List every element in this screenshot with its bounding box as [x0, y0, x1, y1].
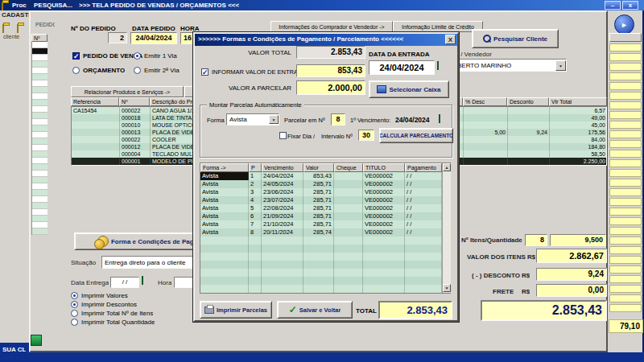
- data-entrega-calendar-icon[interactable]: [142, 276, 143, 285]
- print-option-radio[interactable]: [71, 310, 78, 317]
- mini-list-row[interactable]: [32, 87, 47, 93]
- mini-list-row[interactable]: [32, 216, 47, 222]
- print-option[interactable]: Imprimir Valores: [71, 291, 184, 300]
- parcelas-header-cell[interactable]: P: [249, 163, 262, 172]
- modal-titlebar[interactable]: >>>>>> Formas e Condições de Pagamento /…: [195, 34, 457, 46]
- print-option[interactable]: Imprimir Total Quantidade: [71, 318, 184, 327]
- salvar-voltar-button[interactable]: Salvar e Voltar: [277, 301, 353, 319]
- strip-cell[interactable]: [609, 179, 642, 187]
- parcelas-header-cell[interactable]: Vencimento: [262, 163, 303, 172]
- parcela-row[interactable]: Avista423/07/2024285,71VE000002/ /: [200, 196, 442, 204]
- mini-list-row[interactable]: [32, 196, 47, 203]
- vencimento-calendar-icon[interactable]: [439, 114, 440, 123]
- mini-list-row[interactable]: [32, 42, 47, 48]
- parcela-row[interactable]: Avista522/08/2024285,71VE000002/ /: [200, 204, 442, 212]
- mini-list-row[interactable]: [32, 222, 47, 228]
- pedido-venda-option[interactable]: PEDIDO DE VENDA: [72, 51, 142, 60]
- emitir2-option[interactable]: Emitir 2ª Via: [134, 66, 180, 75]
- go-circle-icon[interactable]: [614, 14, 634, 35]
- mini-list-row[interactable]: [32, 61, 47, 68]
- tab-comprador[interactable]: Informações do Comprador e Vendedor ->: [270, 21, 393, 32]
- mini-list-row[interactable]: [32, 80, 47, 87]
- mini-list-row[interactable]: [32, 158, 47, 164]
- informar-entrada-option[interactable]: INFORMAR VALOR DE ENTRADA: [201, 68, 306, 76]
- cliente-combo-arrow-icon[interactable]: [555, 60, 566, 71]
- strip-cell[interactable]: [609, 130, 642, 138]
- pedido-venda-checkbox[interactable]: [72, 52, 80, 60]
- exit-icon[interactable]: [31, 335, 42, 346]
- pesquisar-cliente-button[interactable]: Pesquisar Cliente: [472, 29, 559, 48]
- mini-list-row[interactable]: [32, 183, 47, 190]
- print-option[interactable]: Imprimir Descontos: [71, 300, 184, 309]
- emitir2-radio[interactable]: [134, 67, 141, 74]
- print-option-radio[interactable]: [71, 292, 78, 299]
- print-option-radio[interactable]: [71, 301, 78, 308]
- cliente-caption[interactable]: cliente: [3, 34, 27, 39]
- informar-entrada-checkbox[interactable]: [201, 68, 208, 76]
- strip-cell[interactable]: [609, 188, 642, 196]
- data-pedido-field[interactable]: 24/04/2024: [130, 32, 177, 44]
- strip-cell[interactable]: [609, 208, 642, 216]
- strip-cell[interactable]: [609, 72, 642, 80]
- strip-cell[interactable]: [609, 82, 642, 90]
- orcamento-radio[interactable]: [72, 67, 80, 74]
- products-header-cell[interactable]: Referencia: [71, 97, 119, 106]
- mini-list-row[interactable]: [32, 203, 47, 209]
- parcelas-header-cell[interactable]: TITULO: [363, 163, 405, 172]
- parcelas-header-cell[interactable]: Cheque: [334, 163, 363, 172]
- tab-limite[interactable]: Informação Limite de Crédito: [393, 21, 483, 32]
- data-entrega-field[interactable]: / /: [110, 277, 139, 288]
- mini-list-row[interactable]: [32, 119, 47, 125]
- valor-parcelar-field[interactable]: 2.000,00: [296, 80, 365, 95]
- parcela-row[interactable]: Avista224/05/2024285,71VE000002/ /: [200, 180, 442, 188]
- modal-close-icon[interactable]: [445, 35, 456, 44]
- mini-list-row[interactable]: [32, 190, 47, 196]
- clients-folder-icon[interactable]: [2, 24, 4, 33]
- selecionar-caixa-button[interactable]: Selecionar Caixa: [369, 80, 449, 98]
- products-folder-icon[interactable]: [17, 24, 19, 33]
- emitir1-option[interactable]: Emitir 1 Via: [134, 51, 177, 60]
- strip-cell[interactable]: [609, 294, 642, 302]
- imprimir-parcelas-button[interactable]: Imprimir Parcelas: [200, 301, 272, 319]
- strip-cell[interactable]: [609, 121, 642, 129]
- parcela-row[interactable]: Avista621/09/2024285,71VE000002/ /: [200, 212, 442, 220]
- mini-list-row[interactable]: [32, 106, 47, 113]
- parcela-row[interactable]: Avista124/04/2024853,43VE000002/ /: [200, 172, 442, 180]
- strip-cell[interactable]: [609, 256, 642, 264]
- back-menu[interactable]: CADASTROS: [0, 10, 29, 19]
- mini-list-row[interactable]: [32, 132, 47, 138]
- strip-cell[interactable]: [609, 43, 642, 51]
- mini-list-header[interactable]: Nº: [31, 34, 47, 42]
- cliente-vendedor-combo[interactable]: ROBERTO MARINHO: [444, 59, 567, 72]
- data-entrada-calendar-icon[interactable]: [437, 61, 439, 70]
- calcular-parcelamento-button[interactable]: CALCULAR PARCELAMENTO: [379, 128, 453, 143]
- products-header-cell[interactable]: Desconto: [507, 97, 549, 106]
- mini-list-row[interactable]: [32, 177, 47, 183]
- scroll-down-icon[interactable]: [443, 284, 451, 292]
- data-entrada-field[interactable]: 24/04/2024: [369, 60, 435, 75]
- forma-combo[interactable]: Avista: [226, 113, 279, 125]
- strip-cell[interactable]: [609, 101, 642, 109]
- strip-cell[interactable]: [609, 265, 642, 274]
- orcamento-option[interactable]: ORÇAMENTO: [72, 66, 125, 75]
- strip-cell[interactable]: [609, 111, 642, 119]
- print-option-radio[interactable]: [71, 319, 78, 326]
- mini-list-row[interactable]: [32, 74, 47, 80]
- mini-list-row[interactable]: [32, 125, 47, 132]
- tab-produtos[interactable]: Relacionar Produtos e Serviços ->: [71, 86, 184, 97]
- frete-field[interactable]: 0,00: [536, 284, 607, 297]
- strip-cell[interactable]: [609, 169, 642, 177]
- mini-list-row[interactable]: [32, 228, 47, 235]
- mini-list-row[interactable]: [32, 100, 47, 106]
- parcelas-header-cell[interactable]: Forma ->: [200, 163, 249, 172]
- entrada-field[interactable]: 853,43: [296, 64, 365, 77]
- mini-list-row[interactable]: [32, 138, 47, 145]
- mini-list-row[interactable]: [32, 151, 47, 158]
- minimize-button[interactable]: [605, 1, 621, 10]
- parcela-row[interactable]: Avista820/11/2024285,74VE000002/ /: [200, 228, 442, 237]
- strip-cell[interactable]: [609, 150, 642, 158]
- strip-cell[interactable]: [609, 63, 642, 71]
- products-header-cell[interactable]: Nº: [119, 97, 150, 106]
- mini-list-row[interactable]: [32, 93, 47, 100]
- parcelas-scrollbar[interactable]: [442, 163, 451, 293]
